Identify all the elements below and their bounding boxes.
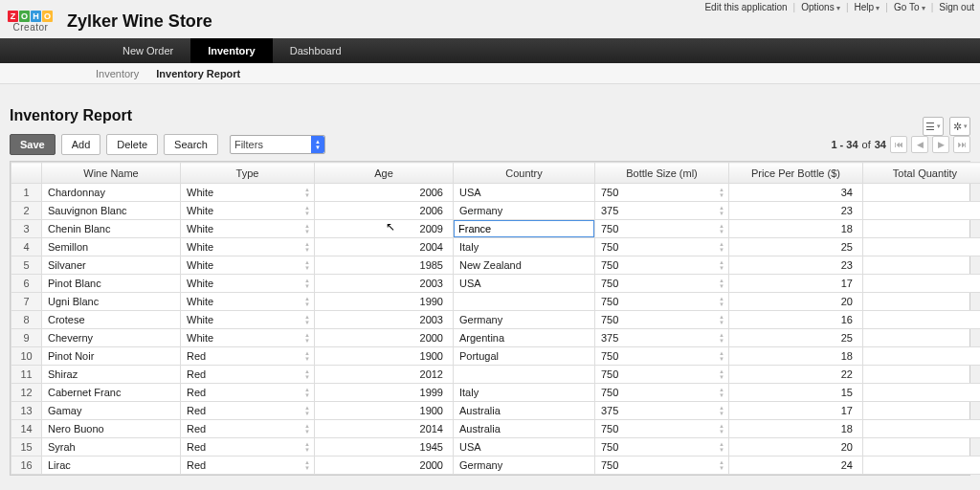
goto-menu[interactable]: Go To: [894, 2, 925, 12]
cell-total-qty[interactable]: [863, 275, 981, 293]
table-row[interactable]: 16LiracRed2000Germany75024: [11, 457, 981, 475]
save-button[interactable]: Save: [10, 134, 56, 155]
country-input[interactable]: [454, 220, 594, 237]
cell-total-qty[interactable]: [863, 184, 981, 202]
cell-price[interactable]: 18: [729, 220, 863, 238]
cell-age[interactable]: 1945: [315, 438, 454, 457]
cell-total-qty[interactable]: [863, 366, 981, 384]
cell-country[interactable]: USA: [454, 275, 595, 293]
cell-age[interactable]: 2006: [315, 184, 454, 202]
add-button[interactable]: Add: [61, 134, 101, 155]
cell-wine-name[interactable]: Chenin Blanc: [42, 220, 181, 238]
cell-total-qty[interactable]: [863, 329, 981, 347]
cell-age[interactable]: 1900: [315, 347, 454, 366]
cell-country[interactable]: Australia: [454, 402, 595, 420]
cell-age[interactable]: 2000: [315, 457, 454, 475]
table-row[interactable]: 9ChevernyWhite2000Argentina37525: [11, 329, 981, 347]
cell-total-qty[interactable]: [863, 420, 981, 438]
cell-bottle-size[interactable]: 750: [595, 184, 729, 202]
cell-bottle-size[interactable]: 750: [595, 256, 729, 275]
options-menu[interactable]: Options: [801, 2, 840, 12]
table-row[interactable]: 13GamayRed1900Australia37517: [11, 402, 981, 420]
cell-wine-name[interactable]: Ugni Blanc: [42, 293, 181, 311]
cell-country[interactable]: Portugal: [454, 347, 595, 366]
pager-prev[interactable]: ◀: [911, 136, 928, 153]
cell-total-qty[interactable]: [863, 256, 981, 275]
col-type[interactable]: Type: [181, 163, 315, 184]
cell-price[interactable]: 23: [729, 202, 863, 220]
cell-country[interactable]: New Zealand: [454, 256, 595, 275]
cell-wine-name[interactable]: Nero Buono: [42, 420, 181, 438]
pager-first[interactable]: ⏮: [890, 136, 907, 153]
cell-bottle-size[interactable]: 750: [595, 438, 729, 457]
signout-link[interactable]: Sign out: [939, 2, 974, 12]
cell-price[interactable]: 15: [729, 384, 863, 402]
cell-country[interactable]: Italy: [454, 384, 595, 402]
cell-price[interactable]: 23: [729, 256, 863, 275]
cell-type[interactable]: Red: [181, 457, 315, 475]
filters-dropdown[interactable]: Filters: [230, 135, 325, 154]
table-row[interactable]: 4SemillonWhite2004Italy75025: [11, 238, 981, 256]
cell-bottle-size[interactable]: 750: [595, 457, 729, 475]
table-row[interactable]: 3Chenin BlancWhite200975018: [11, 220, 981, 238]
cell-age[interactable]: 1900: [315, 402, 454, 420]
cell-country[interactable]: Australia: [454, 420, 595, 438]
table-row[interactable]: 14Nero BuonoRed2014Australia75018: [11, 420, 981, 438]
cell-wine-name[interactable]: Syrah: [42, 438, 181, 457]
nav-inventory[interactable]: Inventory: [190, 38, 273, 63]
cell-wine-name[interactable]: Sauvignon Blanc: [42, 202, 181, 220]
col-age[interactable]: Age: [315, 163, 454, 184]
cell-wine-name[interactable]: Shiraz: [42, 366, 181, 384]
settings-button[interactable]: ✲: [949, 117, 970, 136]
cell-type[interactable]: Red: [181, 402, 315, 420]
cell-wine-name[interactable]: Semillon: [42, 238, 181, 256]
cell-type[interactable]: White: [181, 256, 315, 275]
cell-type[interactable]: White: [181, 329, 315, 347]
search-button[interactable]: Search: [164, 134, 218, 155]
cell-price[interactable]: 18: [729, 347, 863, 366]
help-menu[interactable]: Help: [855, 2, 880, 12]
table-row[interactable]: 1ChardonnayWhite2006USA75034: [11, 184, 981, 202]
cell-price[interactable]: 25: [729, 329, 863, 347]
cell-total-qty[interactable]: [863, 402, 981, 420]
cell-wine-name[interactable]: Cheverny: [42, 329, 181, 347]
cell-type[interactable]: White: [181, 275, 315, 293]
cell-wine-name[interactable]: Gamay: [42, 402, 181, 420]
cell-type[interactable]: White: [181, 311, 315, 329]
cell-wine-name[interactable]: Silvaner: [42, 256, 181, 275]
cell-total-qty[interactable]: [863, 457, 981, 475]
col-country[interactable]: Country: [454, 163, 595, 184]
cell-country[interactable]: USA: [454, 438, 595, 457]
cell-wine-name[interactable]: Lirac: [42, 457, 181, 475]
cell-type[interactable]: Red: [181, 366, 315, 384]
cell-price[interactable]: 16: [729, 311, 863, 329]
cell-bottle-size[interactable]: 375: [595, 329, 729, 347]
cell-age[interactable]: 2003: [315, 311, 454, 329]
crumb-parent[interactable]: Inventory: [96, 68, 139, 79]
cell-type[interactable]: White: [181, 293, 315, 311]
cell-wine-name[interactable]: Chardonnay: [42, 184, 181, 202]
cell-price[interactable]: 18: [729, 420, 863, 438]
cell-country[interactable]: [454, 220, 595, 238]
table-row[interactable]: 8CroteseWhite2003Germany75016: [11, 311, 981, 329]
cell-age[interactable]: 2003: [315, 275, 454, 293]
cell-type[interactable]: White: [181, 220, 315, 238]
cell-age[interactable]: 2004: [315, 238, 454, 256]
cell-country[interactable]: Argentina: [454, 329, 595, 347]
cell-age[interactable]: 2000: [315, 329, 454, 347]
cell-country[interactable]: Germany: [454, 457, 595, 475]
table-row[interactable]: 7Ugni BlancWhite199075020: [11, 293, 981, 311]
table-row[interactable]: 12Cabernet FrancRed1999Italy75015: [11, 384, 981, 402]
cell-country[interactable]: Germany: [454, 202, 595, 220]
cell-price[interactable]: 20: [729, 293, 863, 311]
nav-new-order[interactable]: New Order: [105, 38, 190, 63]
cell-type[interactable]: Red: [181, 384, 315, 402]
cell-price[interactable]: 20: [729, 438, 863, 457]
table-row[interactable]: 5SilvanerWhite1985New Zealand75023: [11, 256, 981, 275]
cell-total-qty[interactable]: [863, 202, 981, 220]
cell-type[interactable]: White: [181, 184, 315, 202]
cell-country[interactable]: Germany: [454, 311, 595, 329]
cell-age[interactable]: 2014: [315, 420, 454, 438]
table-row[interactable]: 10Pinot NoirRed1900Portugal75018: [11, 347, 981, 366]
cell-bottle-size[interactable]: 750: [595, 420, 729, 438]
